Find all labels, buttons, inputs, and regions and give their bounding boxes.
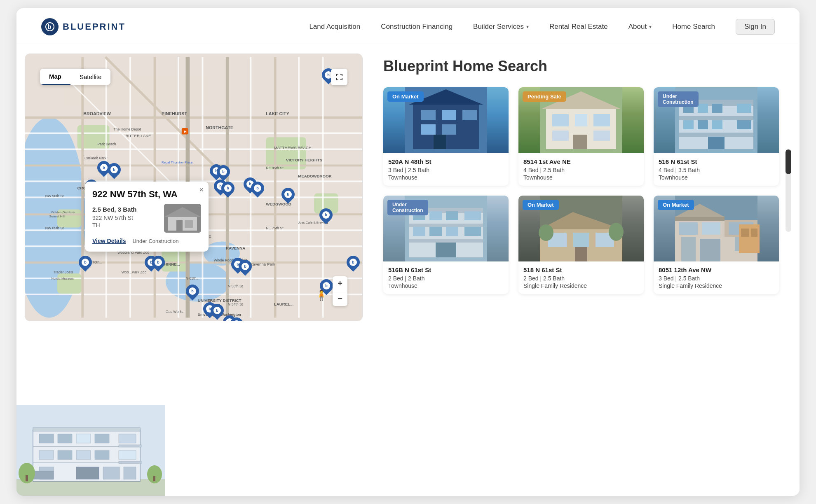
svg-rect-127 — [434, 135, 446, 149]
svg-rect-13 — [25, 149, 362, 150]
listing-badge-5: On Market — [523, 200, 559, 210]
svg-rect-179 — [702, 222, 720, 235]
listing-card-3[interactable]: UnderConstruction 516 N 61st St 4 Bed | … — [654, 87, 779, 186]
svg-rect-113 — [119, 445, 141, 447]
listing-image-2: Pending Sale — [518, 87, 644, 153]
zoom-out-button[interactable]: − — [333, 291, 347, 306]
svg-rect-33 — [322, 57, 324, 318]
section-title: Blueprint Home Search — [383, 58, 779, 75]
svg-rect-98 — [58, 434, 72, 443]
svg-rect-171 — [575, 247, 587, 261]
svg-text:Park Beach: Park Beach — [97, 142, 116, 146]
zoom-in-button[interactable]: + — [333, 276, 347, 291]
svg-text:Sunset Hill: Sunset Hill — [49, 215, 64, 218]
svg-rect-106 — [119, 450, 136, 460]
map-toggle-map[interactable]: Map — [40, 69, 70, 85]
nav-about[interactable]: About ▾ — [628, 23, 652, 31]
svg-rect-149 — [737, 120, 751, 129]
nav-land-acquisition[interactable]: Land Acquisition — [309, 23, 360, 31]
listing-image-4: UnderConstruction — [383, 196, 509, 261]
nav-construction-financing[interactable]: Construction Financing — [381, 23, 453, 31]
logo-area[interactable]: b BLUEPRINT — [41, 18, 126, 35]
svg-text:Whole Foods Market: Whole Foods Market — [214, 258, 247, 262]
nav-rental-real-estate[interactable]: Rental Real Estate — [549, 23, 608, 31]
svg-rect-8 — [162, 250, 190, 272]
svg-text:NW 85th St: NW 85th St — [45, 226, 64, 230]
scroll-thumb — [786, 149, 791, 174]
svg-rect-30 — [250, 57, 251, 318]
svg-text:NE 95th St: NE 95th St — [266, 166, 284, 170]
svg-rect-132 — [575, 114, 587, 126]
svg-rect-135 — [593, 131, 610, 141]
svg-rect-125 — [421, 124, 436, 135]
listing-info-6: 8051 12th Ave NW 3 Bed | 2.5 Bath Single… — [654, 261, 779, 294]
logo-text: BLUEPRINT — [63, 21, 126, 32]
map-section: BROADVIEW PINEHURST LAKE CITY BITTER LAK… — [16, 45, 371, 496]
svg-rect-92 — [16, 479, 165, 496]
listing-card-2[interactable]: Pending Sale 8514 1st Ave NE 4 Bed | 2.5… — [518, 87, 644, 186]
listing-card-4[interactable]: UnderConstruction 516B N 61st St 2 Bed |… — [383, 196, 509, 294]
listing-info-4: 516B N 61st St 2 Bed | 2 Bath Townhouse — [383, 261, 509, 294]
map-zoom-controls: + − — [333, 276, 347, 306]
view-details-link[interactable]: View Details — [92, 238, 126, 244]
svg-text:WEDGWOOD: WEDGWOOD — [266, 202, 291, 206]
svg-rect-178 — [679, 222, 698, 235]
svg-rect-88 — [336, 78, 337, 80]
svg-rect-147 — [698, 120, 708, 129]
svg-text:Ravenna Park: Ravenna Park — [250, 262, 275, 266]
svg-text:VICTORY HEIGHTS: VICTORY HEIGHTS — [286, 158, 323, 162]
listing-badge-6: On Market — [658, 200, 694, 210]
svg-rect-126 — [442, 124, 456, 135]
svg-rect-133 — [593, 114, 610, 126]
svg-rect-104 — [76, 450, 91, 460]
svg-text:Joes Cafe & Brewery: Joes Cafe & Brewery — [298, 221, 328, 224]
listing-type-1: Townhouse — [388, 174, 504, 181]
svg-rect-163 — [464, 227, 481, 236]
svg-text:N 65th...: N 65th... — [186, 276, 199, 280]
listing-address-3: 516 N 61st St — [659, 158, 774, 165]
svg-rect-144 — [712, 104, 722, 113]
listing-type-4: Townhouse — [388, 282, 504, 289]
map-container[interactable]: BROADVIEW PINEHURST LAKE CITY BITTER LAK… — [25, 54, 363, 321]
svg-text:The Home Depot: The Home Depot — [113, 127, 141, 131]
svg-rect-183 — [700, 239, 720, 261]
svg-text:RAVENNA: RAVENNA — [226, 246, 245, 250]
svg-rect-118 — [153, 476, 155, 481]
svg-text:N 50th St: N 50th St — [228, 284, 243, 288]
svg-rect-102 — [39, 450, 54, 460]
map-toggle-satellite[interactable]: Satellite — [70, 69, 110, 85]
svg-text:University of Washington: University of Washington — [198, 313, 241, 317]
svg-text:b: b — [48, 23, 52, 30]
nav-home-search[interactable]: Home Search — [672, 23, 715, 31]
pegman-icon[interactable]: 🧍 — [315, 289, 328, 301]
listing-card-5[interactable]: On Market 518 N 61st St 2 Bed | 2.5 Bath… — [518, 196, 644, 294]
listing-details-6: 3 Bed | 2.5 Bath — [659, 275, 774, 282]
svg-rect-159 — [464, 211, 481, 220]
svg-text:NW 96th St: NW 96th St — [45, 194, 64, 198]
nav-builder-services[interactable]: Builder Services ▾ — [473, 23, 529, 31]
svg-point-172 — [539, 224, 553, 241]
svg-rect-84 — [336, 74, 337, 76]
right-panel: Blueprint Home Search — [371, 45, 800, 496]
svg-rect-108 — [76, 467, 99, 479]
svg-rect-100 — [95, 434, 109, 443]
svg-rect-90 — [342, 78, 342, 80]
svg-point-173 — [609, 223, 624, 241]
map-expand-button[interactable] — [331, 69, 347, 85]
listing-card-6[interactable]: On Market 8051 12th Ave NW 3 Bed | 2.5 B… — [654, 196, 779, 294]
listing-type-6: Single Family Residence — [659, 282, 774, 289]
svg-rect-148 — [712, 120, 722, 129]
svg-rect-103 — [58, 450, 72, 460]
logo-icon: b — [41, 18, 59, 35]
popup-close-button[interactable]: × — [199, 186, 204, 194]
sign-in-button[interactable]: Sign In — [736, 19, 775, 35]
svg-rect-155 — [409, 239, 483, 243]
scroll-indicator[interactable] — [786, 149, 791, 232]
svg-rect-124 — [462, 110, 477, 120]
popup-content: 2.5 Bed, 3 Bath 922 NW 57th St TH — [92, 204, 201, 233]
svg-rect-122 — [421, 110, 436, 120]
listing-address-2: 8514 1st Ave NE — [523, 158, 639, 165]
svg-text:Carkeek Park: Carkeek Park — [84, 156, 107, 160]
listing-image-1: On Market — [383, 87, 509, 153]
listing-card-1[interactable]: On Market 520A N 48th St 3 Bed | 2.5 Bat… — [383, 87, 509, 186]
